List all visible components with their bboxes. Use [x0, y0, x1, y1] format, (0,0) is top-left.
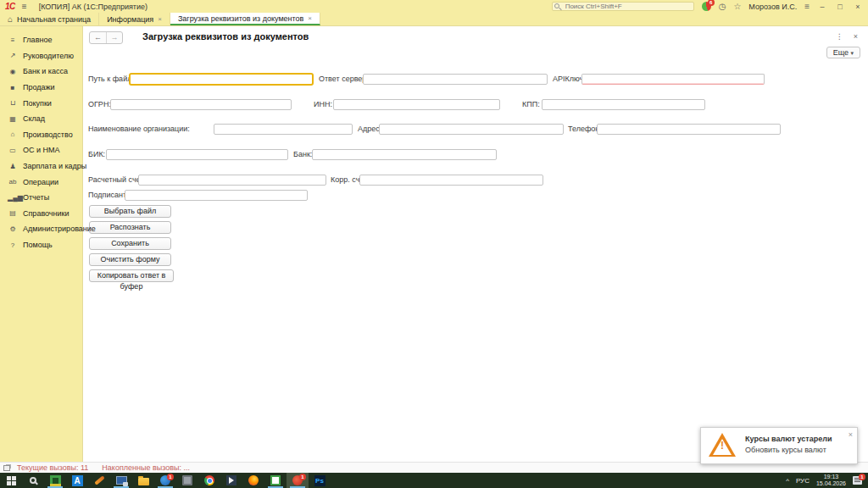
onec-badge: 1: [299, 474, 306, 480]
form-close-icon[interactable]: ×: [854, 32, 858, 41]
tab-load-requisites-label: Загрузка реквизитов из документов: [178, 14, 303, 23]
phone-input[interactable]: [597, 124, 781, 135]
discussions-icon[interactable]: 6: [702, 2, 711, 11]
tab-close-icon[interactable]: ×: [308, 14, 312, 22]
form-menu-icon[interactable]: ⋮: [836, 32, 843, 41]
currency-rates-notification: ! Курсы валют устарели Обновить курсы ва…: [700, 427, 858, 464]
sidebar-item-sales[interactable]: ■Продажи: [0, 80, 82, 96]
taskbar-app-send[interactable]: [220, 473, 242, 488]
taskbar-explorer[interactable]: [132, 473, 154, 488]
signer-label: Подписант:: [88, 190, 129, 201]
server-response-input[interactable]: [363, 74, 548, 85]
api-key-label: APIКлюч:: [553, 74, 586, 85]
update-rates-link[interactable]: Обновить курсы валют: [745, 446, 826, 454]
sidebar-item-help[interactable]: ?Помощь: [0, 237, 82, 253]
start-button[interactable]: [0, 473, 22, 488]
chevron-down-icon: ▾: [850, 50, 854, 56]
tray-date: 15.04.2026: [816, 480, 846, 487]
account-input[interactable]: [138, 175, 326, 186]
recognize-button[interactable]: Распознать: [89, 221, 171, 234]
sidebar-item-directories[interactable]: ▤Справочники: [0, 206, 82, 222]
taskbar-onec[interactable]: 1: [287, 473, 309, 488]
favorites-icon[interactable]: ☆: [733, 2, 741, 11]
search-icon: [30, 477, 36, 484]
warning-exclamation: !: [719, 440, 726, 452]
copy-response-button[interactable]: Копировать ответ в буфер: [89, 269, 174, 282]
tab-load-requisites[interactable]: Загрузка реквизитов из документов ×: [170, 13, 320, 25]
tab-information[interactable]: Информация ×: [99, 13, 170, 25]
window-titlebar: 1С ≡ [КОПИЯ] АК (1С:Предприятие) 6 ◷ ☆ М…: [0, 0, 868, 13]
nav-history-group: ← →: [89, 31, 123, 44]
notification-center-icon[interactable]: 1: [853, 476, 862, 485]
sidebar-item-fixed-assets[interactable]: ▭ОС и НМА: [0, 142, 82, 158]
taskbar-clock[interactable]: 19:13 15.04.2026: [816, 474, 846, 487]
taskbar-firefox[interactable]: [242, 473, 264, 488]
forward-button[interactable]: →: [106, 32, 122, 43]
sidebar-item-main[interactable]: ≡Главное: [0, 32, 82, 48]
sidebar-item-salary-hr[interactable]: ♟Зарплата и кадры: [0, 158, 82, 175]
search-input[interactable]: [552, 2, 694, 11]
kpp-input[interactable]: [542, 99, 705, 110]
question-icon: ?: [8, 241, 18, 249]
book-icon: ▤: [8, 209, 18, 217]
api-key-input[interactable]: [581, 74, 765, 85]
address-input[interactable]: [379, 124, 564, 135]
more-button[interactable]: Еще ▾: [826, 47, 860, 58]
bank-input[interactable]: [312, 149, 497, 160]
back-button[interactable]: ←: [90, 32, 106, 43]
inn-input[interactable]: [333, 99, 500, 110]
taskbar-messenger[interactable]: 1: [154, 473, 176, 488]
tools-app-icon: [94, 475, 105, 486]
titlebar-right-group: 6 ◷ ☆ Морозов И.С. ≡ – □ ×: [552, 2, 868, 11]
sidebar-item-label: Производство: [23, 130, 73, 139]
notification-center-badge: 1: [859, 474, 865, 480]
sidebar-item-administration[interactable]: ⚙Администрирование: [0, 221, 82, 237]
taskbar-app-tools[interactable]: [88, 473, 110, 488]
taskbar-app-a[interactable]: A: [66, 473, 88, 488]
taskbar-search-button[interactable]: [22, 473, 44, 488]
taskbar-chrome[interactable]: [198, 473, 220, 488]
org-name-input[interactable]: [214, 124, 353, 135]
taskbar-app-grey[interactable]: [176, 473, 198, 488]
tray-chevron-icon[interactable]: ^: [786, 477, 789, 485]
taskbar-app-green-frame[interactable]: [264, 473, 287, 488]
choose-file-button[interactable]: Выбрать файл: [89, 205, 171, 218]
close-button[interactable]: ×: [853, 3, 863, 11]
history-icon[interactable]: ◷: [719, 2, 726, 11]
bik-input[interactable]: [106, 149, 288, 160]
save-button[interactable]: Сохранить: [89, 237, 171, 250]
sidebar-item-reports[interactable]: ▂▄▆Отчеты: [0, 190, 82, 206]
minimize-button[interactable]: –: [817, 3, 827, 11]
language-indicator[interactable]: РУС: [796, 477, 810, 485]
taskbar-app-green[interactable]: [44, 473, 66, 488]
sidebar-item-warehouse[interactable]: ▦Склад: [0, 111, 82, 127]
file-path-input[interactable]: [129, 73, 314, 86]
truck-icon: ▭: [8, 147, 18, 154]
user-menu[interactable]: Морозов И.С.: [748, 3, 797, 11]
restore-button[interactable]: □: [835, 3, 845, 11]
sidebar-item-bank-cash[interactable]: ◉Банк и касса: [0, 64, 82, 80]
tab-close-icon[interactable]: ×: [158, 15, 162, 23]
ogrn-input[interactable]: [110, 99, 292, 110]
signer-input[interactable]: [125, 190, 308, 201]
tab-home-label: Начальная страница: [17, 15, 91, 24]
sidebar-item-label: Администрирование: [23, 225, 96, 233]
sidebar-item-label: Операции: [23, 178, 58, 186]
sidebar-item-manager[interactable]: ↗Руководителю: [0, 48, 82, 64]
corr-account-input[interactable]: [359, 175, 543, 186]
taskbar-system-pc[interactable]: [110, 473, 132, 488]
sidebar-item-label: Покупки: [23, 99, 52, 108]
chrome-icon: [204, 475, 214, 485]
notification-close-icon[interactable]: ×: [849, 430, 853, 439]
tab-home[interactable]: ⌂ Начальная страница: [0, 13, 99, 25]
taskbar-photoshop[interactable]: Ps: [309, 473, 331, 488]
sidebar-item-operations[interactable]: abОперации: [0, 174, 82, 190]
sidebar-item-purchases[interactable]: ⊔Покупки: [0, 95, 82, 111]
clear-form-button[interactable]: Очистить форму: [89, 253, 171, 266]
functions-menu-icon[interactable]: ≡: [804, 2, 810, 11]
main-menu-icon[interactable]: ≡: [22, 2, 27, 11]
computer-icon: [116, 476, 127, 485]
sidebar-item-production[interactable]: ⌂Производство: [0, 127, 82, 143]
sidebar-item-label: Банк и касса: [23, 67, 68, 75]
ogrn-label: ОГРН:: [88, 99, 111, 110]
